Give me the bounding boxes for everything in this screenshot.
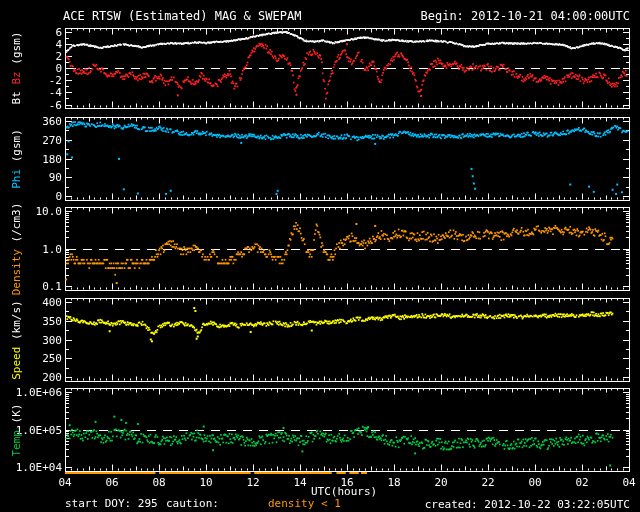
y-tick-label: 0: [8, 191, 62, 202]
ylabel-speed: Speed (km/s): [11, 300, 22, 380]
x-tick-label: 16: [337, 477, 357, 488]
footer-caution-value: density < 1: [268, 498, 341, 509]
ylabel-part: (gsm): [10, 32, 23, 65]
ylabel-part: Temp: [10, 423, 23, 456]
x-tick-label: 06: [102, 477, 122, 488]
ylabel-density: Density (/cm3): [11, 202, 22, 295]
x-tick-label: 02: [572, 477, 592, 488]
x-tick-label: 22: [478, 477, 498, 488]
x-tick-label: 10: [196, 477, 216, 488]
ace-rtsw-plot: ACE RTSW (Estimated) MAG & SWEPAM Begin:…: [0, 0, 640, 512]
y-tick-label: 1.0E+04: [8, 462, 62, 473]
y-tick-label: 1.0E+06: [8, 387, 62, 398]
ylabel-part: Speed: [10, 340, 23, 380]
plot-canvas: [0, 0, 640, 512]
x-tick-label: 00: [525, 477, 545, 488]
x-tick-label: 14: [290, 477, 310, 488]
ylabel-part: (/cm3): [10, 202, 23, 242]
ylabel-mag: Bt Bz (gsm): [11, 32, 22, 105]
x-tick-label: 08: [149, 477, 169, 488]
begin-timestamp: Begin: 2012-10-21 04:00:00UTC: [420, 10, 630, 22]
y-tick-label: 360: [8, 116, 62, 127]
ylabel-part: Density: [10, 242, 23, 295]
ylabel-part: Bt: [10, 85, 23, 105]
footer-start-doy: start DOY: 295: [65, 498, 158, 509]
ylabel-part: Phi: [10, 162, 23, 189]
x-tick-label: 18: [384, 477, 404, 488]
x-tick-label: 12: [243, 477, 263, 488]
ylabel-part: (gsm): [10, 129, 23, 162]
ylabel-part: (km/s): [10, 300, 23, 340]
x-tick-label: 04: [619, 477, 639, 488]
ylabel-part: (K): [10, 403, 23, 423]
x-tick-label: 20: [431, 477, 451, 488]
page-title: ACE RTSW (Estimated) MAG & SWEPAM: [63, 10, 301, 22]
footer-created-timestamp: created: 2012-10-22 03:22:05UTC: [425, 499, 630, 510]
ylabel-phi: Phi (gsm): [11, 129, 22, 189]
ylabel-temp: Temp (K): [11, 403, 22, 456]
x-tick-label: 04: [55, 477, 75, 488]
ylabel-part: Bz: [10, 65, 23, 85]
footer-caution-label: caution:: [166, 498, 219, 509]
